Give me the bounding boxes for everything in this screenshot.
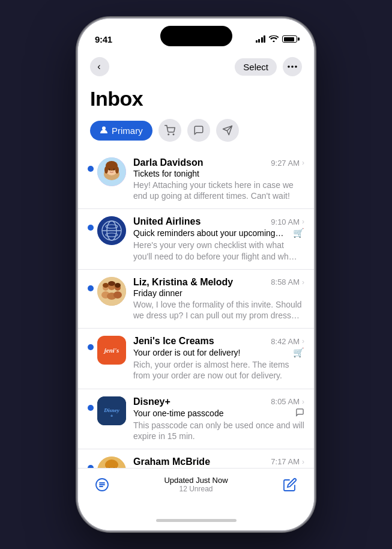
unread-dot-3 (88, 285, 94, 291)
category-tabs: Primary (78, 119, 314, 150)
email-list: Darla Davidson 9:27 AM › Tickets for ton… (78, 150, 314, 468)
chevron-icon-6: › (302, 458, 304, 466)
svg-point-13 (109, 169, 110, 171)
chevron-icon-1: › (302, 159, 304, 167)
tab-promotions[interactable] (216, 119, 239, 142)
shopping-tag-4: 🛒 (293, 347, 304, 358)
email-content-4: Jeni's Ice Creams 8:42 AM › Your order i… (133, 336, 304, 381)
sender-6: Graham McBride (133, 456, 266, 467)
status-icons (256, 35, 298, 44)
wifi-icon (269, 35, 279, 44)
chevron-icon-2: › (302, 217, 304, 226)
status-time: 9:41 (95, 34, 112, 44)
tab-primary[interactable]: Primary (90, 121, 152, 141)
email-item-5[interactable]: Disney + Disney+ 8:05 AM › (78, 389, 314, 449)
sender-1: Darla Davidson (133, 157, 266, 168)
tab-social[interactable] (187, 119, 210, 142)
back-button[interactable]: ‹ (90, 57, 109, 76)
nav-bar: ‹ Select (78, 51, 314, 82)
unread-dot-1 (88, 166, 94, 172)
signal-icon (256, 35, 266, 43)
jenis-logo-text: jeni's (104, 347, 119, 354)
svg-point-27 (113, 291, 122, 299)
screen: 9:41 ‹ (78, 19, 314, 530)
unread-dot-4 (88, 344, 94, 350)
time-2: 9:10 AM (271, 217, 300, 226)
email-content-3: Liz, Kristina & Melody 8:58 AM › Friday … (133, 277, 304, 321)
subject-3: Friday dinner (133, 288, 304, 298)
email-item-2[interactable]: United Airlines 9:10 AM › Quick reminder… (78, 209, 314, 269)
filter-button[interactable] (95, 478, 109, 492)
email-item-3[interactable]: Liz, Kristina & Melody 8:58 AM › Friday … (78, 270, 314, 329)
chevron-icon-4: › (302, 337, 304, 345)
unread-count: 12 Unread (164, 485, 228, 493)
avatar-liz (97, 277, 126, 306)
svg-point-11 (104, 166, 108, 174)
svg-point-0 (288, 65, 290, 68)
avatar-united (97, 216, 126, 245)
home-bar (156, 519, 237, 522)
svg-point-29 (108, 281, 115, 286)
chevron-icon-5: › (302, 398, 304, 406)
tab-primary-label: Primary (112, 126, 143, 136)
chevron-icon-3: › (302, 278, 304, 287)
shopping-tag-2: 🛒 (293, 228, 304, 238)
svg-point-14 (113, 169, 115, 171)
unread-dot-5 (88, 405, 94, 411)
svg-text:+: + (110, 413, 113, 419)
svg-point-4 (168, 134, 169, 135)
svg-point-2 (295, 65, 297, 68)
main-content: Inbox Primary (78, 82, 314, 468)
subject-5: Your one-time passcode (133, 408, 292, 418)
time-6: 7:17 AM (271, 457, 300, 466)
time-5: 8:05 AM (271, 397, 300, 406)
more-button[interactable] (283, 57, 302, 76)
nav-right-controls: Select (235, 57, 302, 76)
email-item-4[interactable]: jeni's Jeni's Ice Creams 8:42 AM › Your … (78, 329, 314, 389)
social-tag-5 (295, 408, 304, 419)
sender-5: Disney+ (133, 396, 266, 407)
email-item-1[interactable]: Darla Davidson 9:27 AM › Tickets for ton… (78, 150, 314, 209)
inbox-header: Inbox (78, 82, 314, 119)
svg-point-30 (115, 283, 121, 288)
svg-point-3 (102, 126, 106, 130)
preview-3: Wow, I love the formality of this invite… (133, 299, 304, 321)
avatar-jenis: jeni's (97, 336, 126, 365)
time-3: 8:58 AM (271, 278, 300, 287)
back-chevron-icon: ‹ (97, 61, 100, 72)
svg-point-1 (291, 65, 294, 68)
time-1: 9:27 AM (271, 159, 300, 168)
compose-button[interactable] (283, 478, 297, 492)
updated-status: Updated Just Now (164, 476, 228, 485)
svg-point-5 (173, 134, 174, 135)
tab-shopping[interactable] (158, 119, 181, 142)
home-indicator (78, 510, 314, 530)
svg-point-12 (115, 166, 119, 174)
sender-3: Liz, Kristina & Melody (133, 277, 266, 288)
toolbar-center-info: Updated Just Now 12 Unread (164, 476, 228, 493)
email-content-5: Disney+ 8:05 AM › Your one-time passcode (133, 396, 304, 441)
dynamic-island (160, 26, 232, 46)
select-button[interactable]: Select (235, 58, 277, 76)
phone-frame: 9:41 ‹ (78, 19, 314, 530)
email-content-1: Darla Davidson 9:27 AM › Tickets for ton… (133, 157, 304, 201)
preview-1: Hey! Attaching your tickets here in case… (133, 180, 304, 201)
preview-2: Here's your very own checklist with what… (133, 240, 304, 261)
subject-2: Quick reminders about your upcoming… (133, 228, 289, 238)
subject-1: Tickets for tonight (133, 169, 304, 178)
time-4: 8:42 AM (271, 337, 300, 346)
avatar-graham (97, 456, 126, 468)
sender-4: Jeni's Ice Creams (133, 336, 266, 347)
page-title: Inbox (90, 87, 302, 111)
subject-4: Your order is out for delivery! (133, 348, 289, 357)
person-icon (100, 126, 108, 136)
avatar-darla (97, 157, 126, 186)
preview-4: Rich, your order is almost here. The ite… (133, 359, 304, 381)
bottom-toolbar: Updated Just Now 12 Unread (78, 468, 314, 510)
email-content-6: Graham McBride 7:17 AM › Tell us if you … (133, 456, 304, 468)
svg-point-28 (103, 283, 109, 288)
battery-icon (282, 35, 297, 43)
email-content-2: United Airlines 9:10 AM › Quick reminder… (133, 216, 304, 261)
email-item-6[interactable]: Graham McBride 7:17 AM › Tell us if you … (78, 449, 314, 468)
preview-5: This passcode can only be used once and … (133, 420, 304, 441)
